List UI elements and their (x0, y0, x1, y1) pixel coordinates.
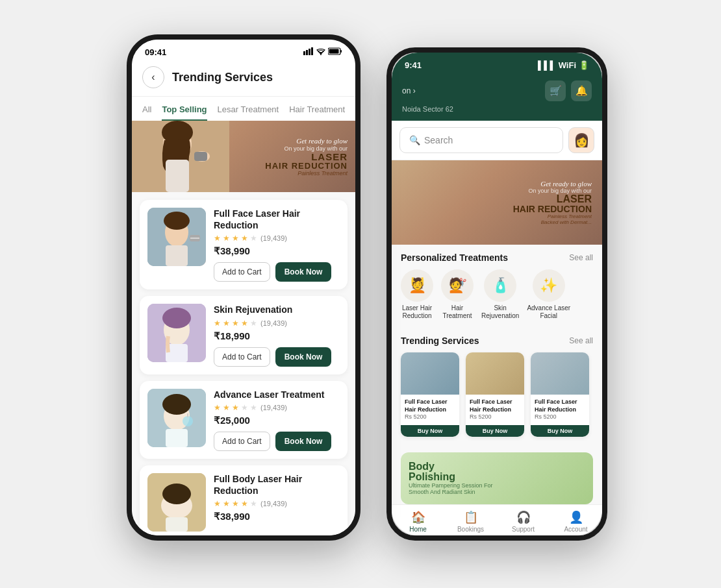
body-polishing-banner: BodyPolishing Ultimate Pampering Session… (401, 452, 593, 504)
service-info-2: Skin Rejuvenation ★ ★ ★ ★ ★ (19,439) ₹18… (214, 304, 340, 366)
nav-bookings[interactable]: 📋 Bookings (444, 510, 497, 533)
svg-rect-17 (166, 245, 188, 266)
service-img-4 (147, 473, 206, 532)
trending-see-all[interactable]: See all (569, 336, 593, 345)
category-advance-laser[interactable]: ✨ Advance LaserFacial (527, 269, 570, 320)
back-button[interactable]: ‹ (142, 66, 164, 88)
service-name-3: Advance Laser Treatment (214, 389, 340, 400)
banner-main1: LASER (265, 152, 348, 162)
svg-point-4 (320, 54, 322, 55)
front-title: Trending Services (172, 71, 273, 84)
price-1: ₹38,990 (214, 245, 340, 257)
add-to-cart-btn-1[interactable]: Add to Cart (214, 262, 270, 282)
category-skin-rejuvenation[interactable]: 🧴 SkinRejuvenation (481, 269, 519, 320)
star-5: ★ (250, 234, 257, 243)
reviews-2: (19,439) (260, 319, 287, 327)
book-now-btn-3[interactable]: Book Now (275, 432, 332, 451)
back-status-icons: ▌▌▌ WiFi 🔋 (538, 60, 589, 70)
category-laser-hair[interactable]: 💆 Laser HairReduction (401, 269, 433, 320)
front-phone: 09:41 ‹ Trending Services (127, 34, 360, 541)
back-banner-footnote2: Backed with Dermat... (513, 219, 592, 225)
svg-rect-0 (303, 51, 305, 55)
body-polishing-title: BodyPolishing (409, 461, 493, 482)
trending-section: Trending Services See all Full Face Lase… (392, 328, 602, 447)
add-to-cart-btn-3[interactable]: Add to Cart (214, 432, 270, 451)
star-25: ★ (250, 319, 257, 328)
location-area[interactable]: on › (402, 86, 416, 95)
trending-card-price-1: Rs 5200 (405, 413, 455, 420)
svg-point-22 (162, 308, 191, 328)
body-polishing-subtitle: Ultimate Pampering Session ForSmooth And… (409, 482, 493, 495)
reviews-1: (19,439) (260, 234, 287, 242)
nav-support[interactable]: 🎧 Support (497, 510, 550, 533)
tab-top-selling[interactable]: Top Selling (162, 104, 207, 121)
trending-card-2: Full Face Laser Hair Reduction Rs 5200 B… (466, 352, 524, 437)
stars-row-2: ★ ★ ★ ★ ★ (19,439) (214, 319, 340, 328)
nav-home[interactable]: 🏠 Home (392, 510, 444, 533)
bell-button[interactable]: 🔔 (571, 80, 592, 101)
wifi-icon: WiFi (559, 60, 576, 70)
back-banner-main1: LASER (513, 194, 592, 204)
book-now-btn-1[interactable]: Book Now (275, 262, 332, 282)
advance-laser-label: Advance LaserFacial (527, 304, 570, 320)
card-actions-3: Add to Cart Book Now (214, 432, 340, 451)
star-41: ★ (214, 499, 221, 508)
service-img-2 (147, 304, 206, 362)
book-now-btn-2[interactable]: Book Now (275, 347, 332, 367)
tab-hair-treatment[interactable]: Hair Treatment (289, 104, 345, 121)
stars-row-1: ★ ★ ★ ★ ★ (19,439) (214, 234, 340, 243)
trending-buy-btn-1[interactable]: Buy Now (401, 425, 459, 437)
service-card-2: Skin Rejuvenation ★ ★ ★ ★ ★ (19,439) ₹18… (140, 296, 348, 374)
trending-buy-btn-2[interactable]: Buy Now (466, 425, 524, 437)
cart-button[interactable]: 🛒 (545, 80, 566, 101)
service-card-4: Full Body Laser Hair Reduction ★ ★ ★ ★ ★… (140, 465, 348, 535)
signal-icon: ▌▌▌ (538, 60, 556, 70)
search-icon: 🔍 (409, 135, 420, 145)
star-35: ★ (250, 403, 257, 412)
trending-card-1: Full Face Laser Hair Reduction Rs 5200 B… (401, 352, 459, 437)
account-label: Account (564, 526, 587, 533)
add-to-cart-btn-2[interactable]: Add to Cart (214, 347, 270, 367)
phones-container: 9:41 ▌▌▌ WiFi 🔋 on › 🛒 (49, 15, 672, 573)
stars-row-4: ★ ★ ★ ★ ★ (19,439) (214, 499, 340, 508)
star-24: ★ (241, 319, 248, 328)
category-hair-treatment[interactable]: 💇 HairTreatment (441, 269, 474, 320)
svg-rect-27 (166, 429, 188, 447)
svg-rect-33 (166, 517, 188, 532)
tab-laser-treatment[interactable]: Lesar Treatment (218, 104, 279, 121)
body-polishing-text: BodyPolishing Ultimate Pampering Session… (409, 461, 493, 495)
back-banner-tagline: Get ready to glow (513, 180, 592, 188)
trending-card-info-1: Full Face Laser Hair Reduction Rs 5200 (401, 395, 459, 424)
star-44: ★ (241, 499, 248, 508)
avatar-button[interactable]: 👩 (568, 127, 594, 153)
search-input[interactable]: 🔍 Search (399, 127, 563, 153)
front-time: 09:41 (145, 47, 166, 57)
trending-cards-row: Full Face Laser Hair Reduction Rs 5200 B… (392, 350, 602, 442)
back-bottom-nav: 🏠 Home 📋 Bookings 🎧 Support 👤 Account (392, 504, 602, 535)
price-4: ₹38,990 (214, 511, 340, 522)
nav-account[interactable]: 👤 Account (550, 510, 602, 533)
support-label: Support (512, 526, 535, 533)
personalized-see-all[interactable]: See all (569, 253, 593, 262)
hair-treatment-label: HairTreatment (442, 304, 472, 320)
back-header: on › 🛒 🔔 Noida Sector 62 (392, 74, 602, 121)
card-actions-2: Add to Cart Book Now (214, 347, 340, 367)
service-name-1: Full Face Laser Hair Reduction (214, 208, 340, 231)
svg-point-26 (162, 394, 191, 415)
hair-treatment-icon: 💇 (441, 269, 474, 302)
svg-rect-13 (194, 152, 207, 161)
trending-card-img-1 (401, 352, 459, 395)
price-2: ₹18,990 (214, 330, 340, 342)
front-wifi-icon (316, 47, 325, 57)
svg-rect-3 (311, 47, 313, 55)
categories-row: 💆 Laser HairReduction 💇 HairTreatment 🧴 … (392, 267, 602, 328)
service-img-3 (147, 389, 206, 447)
service-info-1: Full Face Laser Hair Reduction ★ ★ ★ ★ ★… (214, 208, 340, 282)
trending-card-name-3: Full Face Laser Hair Reduction (535, 398, 585, 413)
front-signal-icon (303, 47, 314, 57)
star-3: ★ (232, 234, 239, 243)
trending-buy-btn-3[interactable]: Buy Now (531, 425, 589, 437)
services-list: Full Face Laser Hair Reduction ★ ★ ★ ★ ★… (132, 192, 355, 535)
promo-banner: Get ready to glow On your big day with o… (132, 121, 355, 192)
tab-all[interactable]: All (142, 104, 151, 121)
